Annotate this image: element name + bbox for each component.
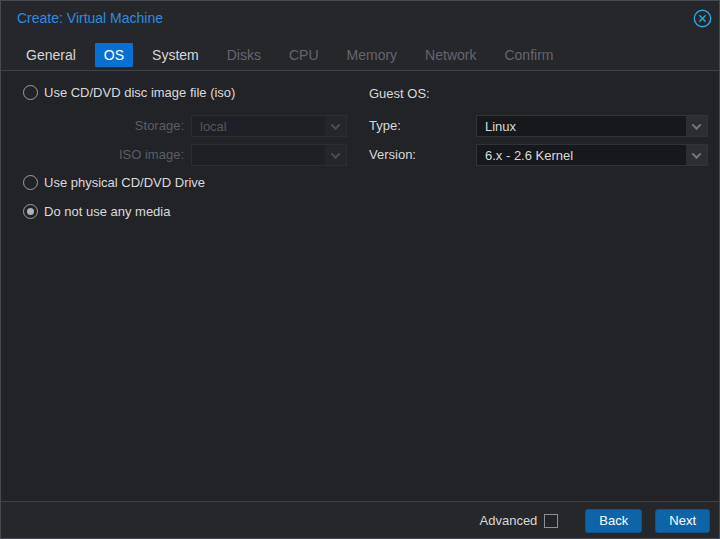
version-dropdown-trigger[interactable] [686, 145, 707, 165]
tab-memory: Memory [338, 43, 407, 67]
type-dropdown-trigger[interactable] [686, 116, 707, 136]
create-vm-dialog: Create: Virtual Machine General OS Syste… [0, 0, 720, 539]
back-button[interactable]: Back [585, 509, 642, 533]
radio-label: Use physical CD/DVD Drive [44, 175, 205, 190]
tab-general[interactable]: General [17, 43, 85, 67]
chevron-down-icon [331, 120, 341, 130]
type-value: Linux [477, 116, 686, 136]
next-button[interactable]: Next [655, 509, 710, 533]
iso-dropdown-trigger [325, 145, 346, 165]
radio-physical-drive[interactable]: Use physical CD/DVD Drive [23, 175, 205, 190]
advanced-checkbox[interactable] [544, 514, 558, 528]
chevron-down-icon [692, 149, 702, 159]
radio-circle-icon [23, 204, 38, 219]
dialog-header: Create: Virtual Machine [1, 1, 719, 39]
version-label: Version: [369, 147, 416, 162]
os-tab-panel: Use CD/DVD disc image file (iso) Storage… [1, 70, 719, 502]
dialog-title: Create: Virtual Machine [17, 10, 163, 26]
radio-no-media[interactable]: Do not use any media [23, 204, 170, 219]
radio-label: Use CD/DVD disc image file (iso) [44, 85, 235, 100]
storage-value: local [192, 116, 325, 136]
tab-system[interactable]: System [143, 43, 208, 67]
tab-network: Network [416, 43, 485, 67]
tab-confirm: Confirm [495, 43, 562, 67]
close-button[interactable] [692, 8, 712, 28]
advanced-label: Advanced [480, 513, 538, 528]
storage-dropdown-trigger [325, 116, 346, 136]
storage-combobox: local [191, 115, 347, 137]
iso-image-value [192, 145, 325, 165]
radio-circle-icon [23, 175, 38, 190]
wizard-tab-bar: General OS System Disks CPU Memory Netwo… [17, 39, 719, 70]
tab-disks: Disks [218, 43, 270, 67]
iso-image-label: ISO image: [1, 147, 184, 162]
radio-use-iso[interactable]: Use CD/DVD disc image file (iso) [23, 85, 235, 100]
version-combobox[interactable]: 6.x - 2.6 Kernel [476, 144, 708, 166]
guest-os-heading: Guest OS: [369, 86, 430, 101]
chevron-down-icon [331, 149, 341, 159]
chevron-down-icon [692, 120, 702, 130]
iso-image-combobox [191, 144, 347, 166]
tab-cpu: CPU [280, 43, 328, 67]
tab-os[interactable]: OS [95, 43, 133, 67]
dialog-footer: Advanced Back Next [1, 503, 719, 538]
version-value: 6.x - 2.6 Kernel [477, 145, 686, 165]
storage-label: Storage: [1, 118, 184, 133]
radio-label: Do not use any media [44, 204, 170, 219]
radio-circle-icon [23, 85, 38, 100]
close-icon [693, 9, 712, 28]
type-label: Type: [369, 118, 401, 133]
type-combobox[interactable]: Linux [476, 115, 708, 137]
